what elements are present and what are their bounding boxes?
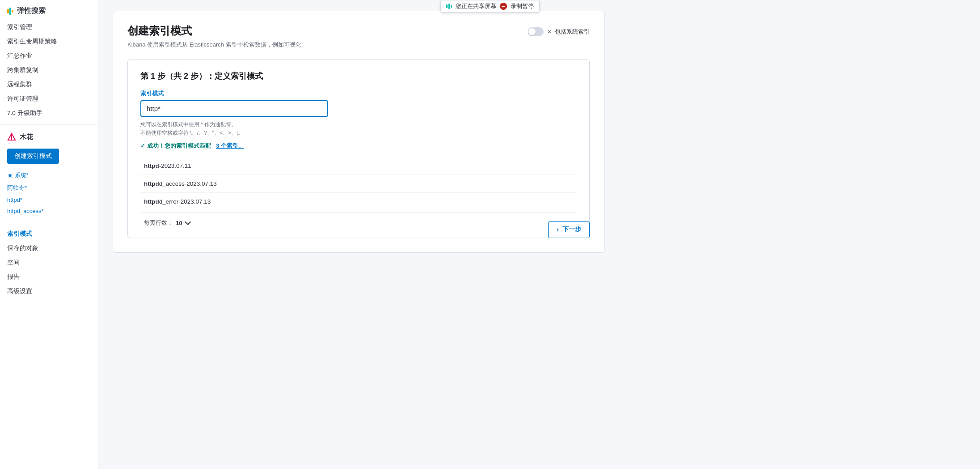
page-card: 创建索引模式 Kibana 使用索引模式从 Elasticsearch 索引中检… <box>113 11 604 253</box>
success-prefix: ✓ 成功！您的索引模式匹配 <box>140 142 211 150</box>
sidebar-item-remote-cluster[interactable]: 远程集群 <box>0 77 98 92</box>
quick-link-system[interactable]: ★ 系统* <box>0 169 98 182</box>
result-bold-2: httpd <box>144 180 159 187</box>
page-subtitle: Kibana 使用索引模式从 Elasticsearch 索引中检索数据，例如可… <box>127 41 307 49</box>
include-system-toggle[interactable] <box>528 27 544 36</box>
hint-line1: 您可以在索引模式中使用 * 作为通配符。 <box>140 121 237 128</box>
hint-text: 您可以在索引模式中使用 * 作为通配符。 不能使用空格或字符 \、/、?、"、<… <box>140 120 577 137</box>
results-table: httpd-2023.07.11 httpdd_access-2023.07.1… <box>140 157 577 210</box>
step-section: 第 1 步（共 2 步）：定义索引模式 索引模式 您可以在索引模式中使用 * 作… <box>127 60 590 238</box>
field-label: 索引模式 <box>140 90 577 98</box>
create-index-pattern-button[interactable]: 创建索引模式 <box>7 149 59 164</box>
result-bold-3: httpd <box>144 198 159 205</box>
step-title: 第 1 步（共 2 步）：定义索引模式 <box>140 71 577 81</box>
table-row: httpdd_error-2023.07.13 <box>140 193 577 211</box>
page-title: 创建索引模式 <box>127 24 307 38</box>
quick-link-httpd-access[interactable]: httpd_access* <box>0 205 98 217</box>
top-notification-bar: 您正在共享屏幕 录制暂停 <box>440 0 540 13</box>
pagination-value: 10 <box>176 220 182 226</box>
elastic-brand: 弹性搜索 <box>0 0 98 20</box>
sharing-label: 您正在共享屏幕 <box>456 2 496 10</box>
muhua-icon <box>7 132 16 141</box>
table-row: httpd-2023.07.11 <box>140 157 577 175</box>
sidebar-item-license[interactable]: 许可证管理 <box>0 92 98 106</box>
muhua-nav: 索引模式 保存的对象 空间 报告 高级设置 <box>0 227 98 298</box>
result-bold-1: httpd <box>144 162 159 169</box>
toggle-knob <box>528 28 536 35</box>
result-rest-1: -2023.07.11 <box>159 162 191 169</box>
pagination-row: 每页行数： 10 <box>140 212 577 227</box>
muhua-brand: 木花 <box>0 128 98 144</box>
page-title-area: 创建索引模式 Kibana 使用索引模式从 Elasticsearch 索引中检… <box>127 24 307 49</box>
main-content: 创建索引模式 Kibana 使用索引模式从 Elasticsearch 索引中检… <box>98 0 980 469</box>
sidebar: 弹性搜索 索引管理 索引生命周期策略 汇总作业 跨集群复制 远程集群 许可证管理… <box>0 0 98 469</box>
elastic-brand-label: 弹性搜索 <box>17 6 46 16</box>
sidebar-item-advanced-settings[interactable]: 高级设置 <box>0 284 98 298</box>
include-system-label: 包括系统索引 <box>555 28 590 36</box>
main-layout: 弹性搜索 索引管理 索引生命周期策略 汇总作业 跨集群复制 远程集群 许可证管理… <box>0 0 980 469</box>
quick-link-httpd[interactable]: httpd* <box>0 194 98 205</box>
sidebar-item-rollup[interactable]: 汇总作业 <box>0 49 98 63</box>
recording-label: 录制暂停 <box>511 2 534 10</box>
index-pattern-input[interactable] <box>140 100 328 117</box>
next-arrow-icon: › <box>557 226 559 234</box>
result-rest-2: d_access-2023.07.13 <box>159 180 217 187</box>
sidebar-divider <box>0 124 98 124</box>
sharing-icon <box>446 4 452 9</box>
result-rest-3: d_error-2023.07.13 <box>159 198 211 205</box>
pagination-chevron-icon[interactable] <box>185 219 191 225</box>
recording-icon <box>500 3 507 10</box>
sidebar-item-saved-objects[interactable]: 保存的对象 <box>0 241 98 256</box>
result-cell: httpdd_error-2023.07.13 <box>140 193 577 211</box>
table-row: httpdd_access-2023.07.13 <box>140 175 577 193</box>
pagination-label: 每页行数： <box>144 219 173 227</box>
quick-link-apache[interactable]: 阿帕奇* <box>0 182 98 194</box>
sidebar-item-spaces[interactable]: 空间 <box>0 256 98 270</box>
sidebar-divider-2 <box>0 223 98 223</box>
toggle-x-icon: ✕ <box>547 29 551 35</box>
result-cell: httpdd_access-2023.07.13 <box>140 175 577 193</box>
sidebar-item-index-patterns[interactable]: 索引模式 <box>0 227 98 241</box>
include-system-toggle-area: ✕ 包括系统索引 <box>528 27 590 36</box>
next-button-label: 下一步 <box>562 226 581 234</box>
create-btn-area: 创建索引模式 <box>0 144 98 166</box>
elastic-icon <box>7 8 13 15</box>
sidebar-item-reporting[interactable]: 报告 <box>0 270 98 284</box>
muhua-brand-label: 木花 <box>20 133 33 141</box>
success-message: ✓ 成功！您的索引模式匹配 3 个索引。 <box>140 142 577 150</box>
next-button[interactable]: › 下一步 <box>548 221 590 238</box>
quick-links: ★ 系统* 阿帕奇* httpd* httpd_access* <box>0 166 98 219</box>
elastic-nav: 索引管理 索引生命周期策略 汇总作业 跨集群复制 远程集群 许可证管理 7.0 … <box>0 20 98 120</box>
page-header: 创建索引模式 Kibana 使用索引模式从 Elasticsearch 索引中检… <box>127 24 590 49</box>
hint-line2: 不能使用空格或字符 \、/、?、"、<、>、|。 <box>140 130 243 136</box>
sidebar-item-index-management[interactable]: 索引管理 <box>0 20 98 34</box>
result-cell: httpd-2023.07.11 <box>140 157 577 175</box>
success-count-link[interactable]: 3 个索引。 <box>216 142 244 150</box>
sidebar-item-upgrade[interactable]: 7.0 升级助手 <box>0 106 98 120</box>
sidebar-item-ilm[interactable]: 索引生命周期策略 <box>0 34 98 49</box>
sidebar-item-ccr[interactable]: 跨集群复制 <box>0 63 98 77</box>
